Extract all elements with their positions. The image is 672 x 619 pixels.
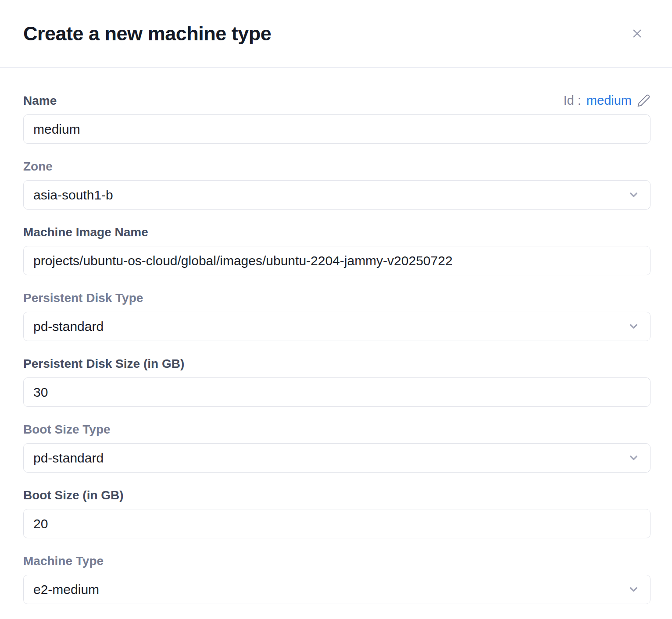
field-name: Name Id : medium [23,93,651,144]
id-edit-button[interactable] [637,94,651,107]
persistent-disk-type-label: Persistent Disk Type [23,291,651,305]
chevron-down-icon [628,583,640,595]
persistent-disk-type-select[interactable]: pd-standard [23,312,651,341]
machine-type-select-value: e2-medium [33,582,628,597]
close-button[interactable] [629,26,645,42]
persistent-disk-size-label: Persistent Disk Size (in GB) [23,356,651,371]
persistent-disk-size-input[interactable] [23,377,651,407]
zone-select-value: asia-south1-b [33,188,628,203]
pencil-icon [637,94,651,107]
zone-select[interactable]: asia-south1-b [23,180,651,210]
id-prefix: Id : [564,93,581,108]
field-machine-type: Machine Type e2-medium [23,554,651,604]
field-zone: Zone asia-south1-b [23,159,651,210]
chevron-down-icon [628,189,640,201]
id-badge: Id : medium [564,93,651,108]
name-label: Name [23,93,57,108]
machine-image-name-input[interactable] [23,246,651,275]
field-persistent-disk-size: Persistent Disk Size (in GB) [23,356,651,407]
chevron-down-icon [628,452,640,464]
machine-image-name-label: Machine Image Name [23,225,651,239]
persistent-disk-type-select-value: pd-standard [33,319,628,334]
field-machine-image-name: Machine Image Name [23,225,651,275]
machine-type-select[interactable]: e2-medium [23,575,651,604]
field-boot-size-type: Boot Size Type pd-standard [23,422,651,473]
boot-size-type-label: Boot Size Type [23,422,651,437]
id-value[interactable]: medium [586,93,632,108]
page-title: Create a new machine type [23,22,271,45]
name-input[interactable] [23,114,651,144]
zone-label: Zone [23,159,651,174]
boot-size-label: Boot Size (in GB) [23,488,651,502]
chevron-down-icon [628,320,640,332]
field-boot-size: Boot Size (in GB) [23,488,651,538]
x-icon [630,27,644,40]
modal-body: Name Id : medium Zone [0,68,672,604]
boot-size-type-select-value: pd-standard [33,451,628,466]
boot-size-type-select[interactable]: pd-standard [23,443,651,473]
boot-size-input[interactable] [23,509,651,538]
modal-header: Create a new machine type [0,0,672,68]
field-persistent-disk-type: Persistent Disk Type pd-standard [23,291,651,341]
create-machine-type-modal: Create a new machine type Name Id : medi… [0,0,672,619]
machine-type-label: Machine Type [23,554,651,568]
